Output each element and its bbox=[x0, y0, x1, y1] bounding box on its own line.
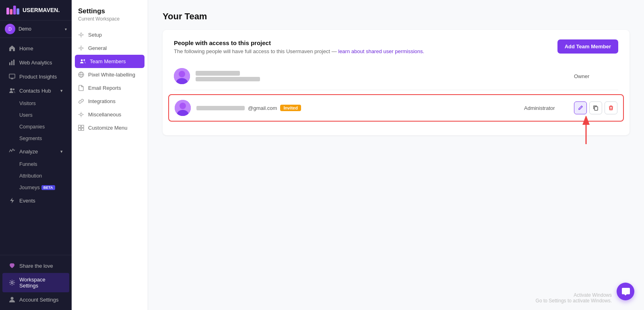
sidebar-item-account-settings-label: Account Settings bbox=[19, 297, 59, 303]
sidebar-item-journeys[interactable]: Journeys BETA bbox=[2, 182, 69, 193]
copy-member-button[interactable] bbox=[589, 101, 602, 114]
sidebar-item-users[interactable]: Users bbox=[2, 110, 69, 121]
heart-icon bbox=[9, 262, 15, 269]
settings-nav-customize-label: Customize Menu bbox=[88, 125, 128, 131]
sidebar-item-events[interactable]: Events bbox=[2, 194, 69, 207]
settings-nav-integrations[interactable]: Integrations bbox=[72, 95, 148, 108]
users-icon bbox=[9, 87, 15, 94]
settings-subtitle: Current Workspace bbox=[78, 16, 141, 22]
settings-nav-setup[interactable]: Setup bbox=[72, 28, 148, 41]
team-card-desc: The following people will have full acce… bbox=[174, 48, 424, 54]
owner-name-blurred bbox=[196, 71, 240, 76]
sidebar-sub-visitors-label: Visitors bbox=[19, 101, 36, 106]
sidebar-item-home[interactable]: Home bbox=[2, 41, 69, 55]
logo-text: USERMAVEN. bbox=[23, 7, 60, 13]
workspace-selector[interactable]: D Demo ▾ bbox=[0, 21, 72, 38]
invited-email-blurred bbox=[196, 106, 245, 110]
sidebar-item-segments[interactable]: Segments bbox=[2, 133, 69, 144]
general-icon bbox=[78, 45, 84, 51]
settings-title: Settings bbox=[78, 7, 141, 15]
team-card-title: People with access to this project bbox=[174, 39, 424, 46]
sidebar-item-web-analytics[interactable]: Web Analytics bbox=[2, 56, 69, 69]
settings-icon bbox=[9, 279, 15, 286]
owner-role: Owner bbox=[574, 73, 618, 79]
sidebar-item-companies[interactable]: Companies bbox=[2, 121, 69, 132]
edit-member-button[interactable] bbox=[574, 101, 587, 114]
sidebar-bottom: Share the love Workspace Settings Accoun… bbox=[0, 255, 72, 310]
settings-nav-general[interactable]: General bbox=[72, 41, 148, 55]
svg-point-29 bbox=[180, 103, 186, 109]
sidebar-item-web-analytics-label: Web Analytics bbox=[19, 60, 52, 66]
svg-point-13 bbox=[80, 34, 83, 36]
svg-rect-2 bbox=[13, 6, 16, 14]
sidebar-item-product-insights-label: Product Insights bbox=[19, 74, 57, 80]
svg-rect-1 bbox=[10, 9, 12, 14]
settings-nav-miscellaneous[interactable]: Miscellaneous bbox=[72, 108, 148, 121]
settings-nav-pixel-whitelabelling[interactable]: Pixel White-labelling bbox=[72, 68, 148, 81]
chat-widget[interactable] bbox=[617, 283, 634, 300]
delete-member-button[interactable] bbox=[605, 101, 617, 114]
svg-point-9 bbox=[13, 89, 14, 90]
sidebar-item-analyze-label: Analyze bbox=[19, 149, 38, 155]
sidebar-item-events-label: Events bbox=[19, 198, 35, 204]
main-content: Your Team People with access to this pro… bbox=[148, 0, 644, 310]
permissions-link[interactable]: learn about shared user permissions. bbox=[338, 48, 424, 54]
logo-area: USERMAVEN. bbox=[0, 0, 72, 21]
svg-rect-31 bbox=[594, 107, 598, 110]
sidebar-item-product-insights[interactable]: Product Insights bbox=[2, 70, 69, 83]
sidebar-item-account-settings[interactable]: Account Settings bbox=[2, 293, 69, 306]
link-icon bbox=[78, 98, 84, 104]
sidebar-item-analyze[interactable]: Analyze ▾ bbox=[2, 145, 69, 158]
svg-point-11 bbox=[11, 282, 13, 284]
owner-name bbox=[196, 71, 568, 77]
sidebar-item-contacts-hub[interactable]: Contacts Hub ▾ bbox=[2, 84, 69, 97]
invited-role: Administrator bbox=[524, 105, 568, 111]
settings-nav-email-reports[interactable]: Email Reports bbox=[72, 81, 148, 95]
svg-point-16 bbox=[83, 59, 85, 61]
team-members-icon bbox=[80, 58, 86, 64]
avatar-owner bbox=[174, 68, 190, 84]
monitor-icon bbox=[9, 73, 15, 80]
svg-point-20 bbox=[80, 114, 83, 116]
misc-icon bbox=[78, 112, 84, 118]
sidebar-item-contacts-hub-label: Contacts Hub bbox=[19, 88, 51, 94]
svg-rect-0 bbox=[6, 8, 9, 14]
svg-rect-24 bbox=[81, 128, 84, 130]
svg-rect-21 bbox=[78, 125, 81, 128]
sidebar-sub-attribution-label: Attribution bbox=[19, 173, 42, 179]
sidebar-item-attribution[interactable]: Attribution bbox=[2, 170, 69, 182]
settings-nav-misc-label: Miscellaneous bbox=[88, 112, 121, 118]
member-row-invited: @gmail.com Invited Administrator bbox=[168, 94, 624, 122]
svg-marker-10 bbox=[10, 198, 14, 203]
avatar-owner-img bbox=[174, 68, 190, 84]
sidebar-sub-companies-label: Companies bbox=[19, 124, 45, 130]
sidebar-sub-journeys-label: Journeys bbox=[19, 185, 40, 190]
svg-rect-3 bbox=[17, 8, 19, 14]
sidebar-sub-segments-label: Segments bbox=[19, 136, 42, 141]
sidebar-item-workspace-settings[interactable]: Workspace Settings bbox=[2, 273, 69, 292]
svg-rect-4 bbox=[9, 62, 10, 65]
svg-rect-22 bbox=[81, 125, 84, 128]
chat-icon bbox=[621, 287, 630, 296]
workspace-name: Demo bbox=[19, 26, 62, 32]
sidebar-item-home-label: Home bbox=[19, 45, 33, 52]
owner-email-blurred bbox=[196, 77, 260, 81]
settings-nav-customize-menu[interactable]: Customize Menu bbox=[72, 121, 148, 134]
settings-nav-general-label: General bbox=[88, 45, 107, 51]
sidebar-item-visitors[interactable]: Visitors bbox=[2, 98, 69, 109]
bar-chart-icon bbox=[9, 59, 15, 66]
globe-icon bbox=[78, 72, 84, 78]
home-icon bbox=[9, 45, 15, 52]
settings-nav-team-members[interactable]: Team Members bbox=[75, 55, 144, 68]
avatar-invited-img bbox=[175, 100, 191, 116]
add-team-member-button[interactable]: Add Team Member bbox=[557, 39, 618, 54]
file-icon bbox=[78, 85, 84, 91]
sidebar-item-workspace-settings-label: Workspace Settings bbox=[19, 277, 63, 289]
setup-icon bbox=[78, 32, 84, 38]
team-desc-prefix: The following people will have full acce… bbox=[174, 48, 338, 54]
sidebar-item-funnels[interactable]: Funnels bbox=[2, 159, 69, 170]
settings-nav-team-members-label: Team Members bbox=[90, 58, 126, 64]
sidebar-item-share-love[interactable]: Share the love bbox=[2, 259, 69, 273]
journeys-beta-badge: BETA bbox=[41, 185, 55, 190]
invited-info: @gmail.com Invited bbox=[196, 105, 518, 111]
